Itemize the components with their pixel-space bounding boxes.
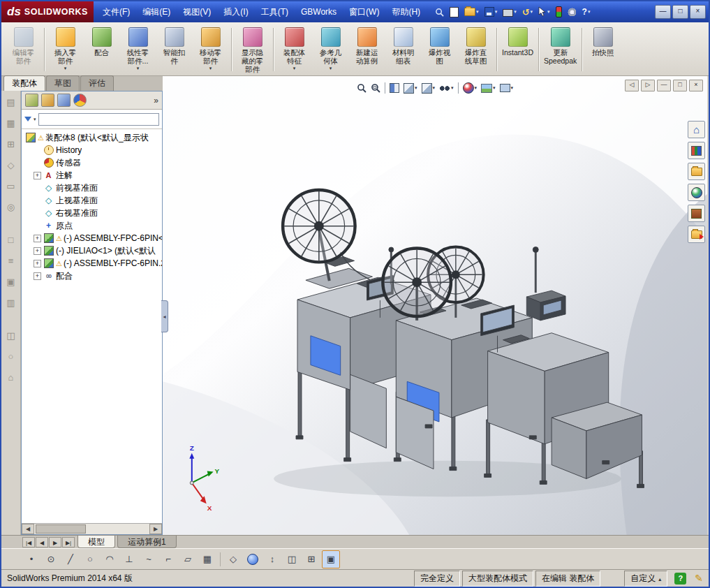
- tree-row-sensors[interactable]: 传感器: [22, 156, 162, 169]
- display-style-button[interactable]: ▾: [420, 82, 436, 95]
- spline-tool-button[interactable]: ~: [140, 550, 158, 568]
- toolbar-button-7[interactable]: □: [3, 233, 19, 247]
- panel-splitter-handle[interactable]: ◂: [161, 300, 168, 332]
- tab-scroll-first-button[interactable]: |◀: [22, 537, 35, 547]
- ribbon-explode-line-sketch-button[interactable]: 爆炸直 线草图: [458, 24, 494, 75]
- configuration-manager-tab-icon[interactable]: [57, 94, 71, 107]
- print-dropdown-caret[interactable]: ▾: [514, 9, 517, 15]
- menu-gbworks[interactable]: GBWorks: [295, 1, 343, 22]
- ribbon-update-speedpak-button[interactable]: 更新 Speedpak: [542, 24, 579, 75]
- ribbon-exploded-view-button[interactable]: 爆炸视 图: [422, 24, 457, 75]
- dropdown-caret-icon[interactable]: ▾: [451, 85, 454, 91]
- resources-home-button[interactable]: ⌂: [688, 121, 705, 138]
- window-minimize-button[interactable]: —: [655, 5, 671, 19]
- dropdown-caret-icon[interactable]: ▾: [64, 66, 67, 71]
- point-tool-button[interactable]: •: [22, 550, 40, 568]
- apply-scene-button[interactable]: ▾: [480, 82, 497, 94]
- view-orientation-button[interactable]: ▾: [402, 82, 419, 95]
- tree-row-front-plane[interactable]: ◇ 前视基准面: [22, 182, 162, 194]
- arc-tool-button[interactable]: ◠: [101, 550, 119, 568]
- tree-row-history[interactable]: History: [22, 144, 162, 156]
- hide-show-items-button[interactable]: ▾: [438, 84, 455, 93]
- zoom-area-button[interactable]: [369, 82, 382, 94]
- dropdown-caret-icon[interactable]: ▾: [415, 85, 417, 91]
- new-document-button[interactable]: [448, 6, 460, 19]
- line-tool-button[interactable]: ╱: [61, 550, 80, 568]
- parallelogram-tool-button[interactable]: ▱: [179, 550, 197, 568]
- tab-scroll-right-button[interactable]: ▶: [49, 537, 61, 547]
- tree-expander[interactable]: +: [34, 260, 41, 267]
- tree-row-top-plane[interactable]: ◇ 上视基准面: [22, 194, 162, 207]
- tree-row-origin[interactable]: + 原点: [22, 219, 162, 232]
- dropdown-caret-icon[interactable]: ▾: [137, 66, 140, 71]
- doc-restore-button[interactable]: □: [673, 80, 687, 91]
- print-button[interactable]: ▾: [501, 6, 518, 18]
- corner-rectangle-tool-button[interactable]: ⌐: [159, 550, 177, 568]
- ribbon-take-snapshot-button[interactable]: 拍快照: [585, 24, 621, 75]
- tree-expander[interactable]: +: [34, 247, 41, 255]
- filter-caret-icon[interactable]: ▾: [34, 117, 36, 122]
- design-library-button[interactable]: [688, 142, 705, 159]
- grid-tool-button[interactable]: ⊞: [302, 550, 320, 568]
- menu-file[interactable]: 文件(F): [96, 1, 136, 22]
- ribbon-bill-of-materials-button[interactable]: 材料明 细表: [385, 24, 421, 75]
- ribbon-mate-button[interactable]: 配合: [84, 24, 119, 75]
- toolbar-button-1[interactable]: ▤: [3, 95, 19, 110]
- tree-row-right-plane[interactable]: ◇ 右视基准面: [22, 207, 162, 219]
- scroll-right-button[interactable]: ▶: [149, 524, 162, 534]
- ribbon-edit-component-button[interactable]: 编辑零 部件: [6, 24, 41, 75]
- rebuild-button[interactable]: [554, 5, 563, 19]
- window-split-tool-button[interactable]: ◫: [283, 550, 301, 568]
- ribbon-instant3d-button[interactable]: Instant3D: [500, 24, 535, 75]
- dropdown-caret-icon[interactable]: ▾: [330, 66, 332, 71]
- ribbon-show-hidden-button[interactable]: 显示隐 藏的零 部件: [235, 24, 270, 75]
- filter-funnel-icon[interactable]: [24, 117, 31, 122]
- pack-and-go-button[interactable]: [688, 226, 705, 243]
- tab-evaluate[interactable]: 评估: [80, 75, 114, 91]
- help-button[interactable]: ?▾: [581, 6, 592, 17]
- options-button[interactable]: [566, 6, 578, 18]
- select-dropdown-caret[interactable]: ▾: [547, 9, 550, 15]
- tree-expander[interactable]: +: [34, 272, 41, 280]
- dropdown-caret-icon[interactable]: ▾: [493, 85, 496, 91]
- tab-assembly[interactable]: 装配体: [3, 75, 45, 91]
- doc-previous-button[interactable]: ◁: [625, 80, 639, 91]
- circle-tool-button[interactable]: ○: [81, 550, 99, 568]
- menu-view[interactable]: 视图(V): [177, 1, 217, 22]
- undo-dropdown-caret[interactable]: ▾: [531, 9, 533, 15]
- display-manager-tab-icon[interactable]: [73, 94, 87, 107]
- window-close-button[interactable]: ×: [690, 5, 706, 19]
- menu-insert[interactable]: 插入(I): [217, 1, 254, 22]
- feature-tree-tab-icon[interactable]: [25, 94, 38, 107]
- edit-appearance-button[interactable]: ▾: [461, 81, 479, 95]
- centerpoint-circle-tool-button[interactable]: ⊙: [42, 550, 60, 568]
- toolbar-button-6[interactable]: ◎: [3, 200, 19, 214]
- tree-row-subassembly-2[interactable]: + ⚠ (-) ASSEMBLY-FPC-6PIN.2: [22, 257, 162, 270]
- dropdown-caret-icon[interactable]: ▾: [475, 85, 478, 91]
- ribbon-assembly-features-button[interactable]: 装配体 特征▾: [276, 24, 312, 75]
- ribbon-smart-fasteners-button[interactable]: 智能扣 件: [156, 24, 192, 75]
- ribbon-linear-pattern-button[interactable]: 线性零 部件...▾: [120, 24, 156, 75]
- toolbar-button-5[interactable]: ▭: [3, 179, 19, 193]
- customize-menu[interactable]: 自定义▴: [624, 571, 667, 587]
- tree-row-subassembly-1[interactable]: + ⚠ (-) ASSEMBLY-FPC-6PIN<1: [22, 232, 162, 244]
- toolbar-button-12[interactable]: ○: [3, 349, 19, 364]
- toolbar-button-8[interactable]: ≡: [3, 253, 19, 268]
- ribbon-reference-geometry-button[interactable]: 参考几 何体▾: [313, 24, 348, 75]
- scroll-left-button[interactable]: ◀: [22, 524, 34, 534]
- tree-row-annotations[interactable]: + A 注解: [22, 169, 162, 182]
- tree-expander[interactable]: +: [34, 235, 41, 242]
- dropdown-caret-icon[interactable]: ▾: [511, 85, 514, 91]
- section-view-button[interactable]: [388, 82, 401, 94]
- menu-edit[interactable]: 编辑(E): [136, 1, 177, 22]
- doc-next-button[interactable]: ▷: [641, 80, 655, 91]
- ribbon-move-component-button[interactable]: 移动零 部件▾: [193, 24, 228, 75]
- menu-window[interactable]: 窗口(W): [343, 1, 385, 22]
- save-dropdown-caret[interactable]: ▾: [495, 9, 498, 15]
- tab-sketch[interactable]: 草图: [46, 75, 80, 91]
- tree-row-root[interactable]: ⚠ 装配体8 (默认<默认_显示状: [22, 131, 162, 144]
- diamond-tool-button[interactable]: ◇: [224, 550, 242, 568]
- menu-help[interactable]: 帮助(H): [385, 1, 427, 22]
- dropdown-caret-icon[interactable]: ▾: [209, 66, 212, 71]
- tree-filter-input[interactable]: [38, 113, 159, 126]
